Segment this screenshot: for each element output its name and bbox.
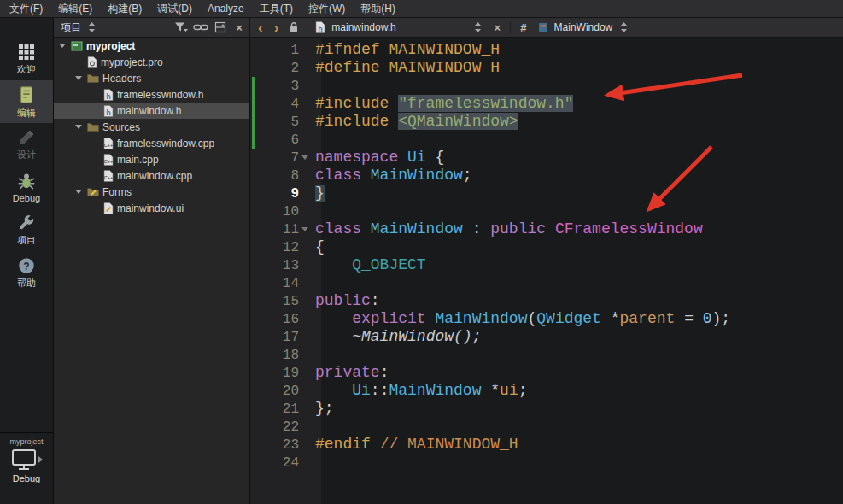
tree-item-mainwindow-cpp[interactable]: C++mainwindow.cpp bbox=[54, 167, 249, 184]
sync-with-editor-icon[interactable] bbox=[193, 20, 208, 35]
mode-item-debug[interactable]: Debug bbox=[0, 166, 53, 208]
menu-item-tools[interactable]: 工具(T) bbox=[252, 0, 301, 17]
class-icon bbox=[536, 20, 550, 35]
expander-icon[interactable] bbox=[73, 76, 84, 80]
menu-item-edit[interactable]: 编辑(E) bbox=[50, 0, 100, 17]
code-text bbox=[310, 274, 315, 292]
code-line-3: 3 bbox=[250, 77, 843, 95]
line-number: 9 bbox=[290, 186, 299, 202]
tree-item-mainwindow-h[interactable]: hmainwindow.h bbox=[54, 103, 249, 119]
menu-item-window[interactable]: 控件(W) bbox=[301, 0, 353, 17]
gutter-cell: 5 bbox=[250, 113, 310, 131]
code-text: explicit MainWindow(QWidget *parent = 0)… bbox=[310, 310, 730, 328]
mode-item-design-label: 设计 bbox=[17, 149, 36, 161]
split-panel-icon[interactable] bbox=[214, 20, 227, 35]
kit-selector[interactable]: myproject Debug bbox=[0, 432, 53, 504]
project-panel: myprojectmyproject.proHeadershframelessw… bbox=[54, 38, 250, 504]
open-document-selector[interactable]: h mainwindow.h bbox=[313, 20, 484, 35]
fold-marker-icon[interactable] bbox=[299, 155, 310, 160]
gutter-cell: 22 bbox=[250, 418, 310, 436]
code-text: private: bbox=[310, 364, 389, 382]
close-document-icon[interactable]: × bbox=[490, 20, 504, 35]
mode-item-projects[interactable]: 项目 bbox=[0, 208, 53, 251]
mode-item-edit[interactable]: 编辑 bbox=[0, 80, 53, 123]
header-file-icon: h bbox=[313, 20, 327, 35]
folder-icon bbox=[87, 122, 99, 132]
forward-icon[interactable]: › bbox=[272, 21, 282, 35]
menu-item-file[interactable]: 文件(F) bbox=[2, 0, 50, 17]
tree-item-main-cpp[interactable]: C++main.cpp bbox=[54, 151, 249, 167]
tree-item-framelesswindow-h[interactable]: hframelesswindow.h bbox=[54, 86, 249, 103]
mode-item-edit-label: 编辑 bbox=[17, 107, 36, 120]
menu-item-analyze[interactable]: Analyze bbox=[200, 0, 252, 17]
editor-pane[interactable]: 1#ifndef MAINWINDOW_H2#define MAINWINDOW… bbox=[250, 38, 843, 504]
line-number: 17 bbox=[283, 330, 299, 345]
symbol-hash: # bbox=[517, 21, 530, 34]
expander-icon[interactable] bbox=[73, 125, 84, 129]
form-folder-icon bbox=[87, 187, 99, 197]
mode-item-design[interactable]: 设计 bbox=[0, 123, 53, 166]
toolbar-row: 项目 × ‹ › h mainwindow.h × # MainWindow bbox=[54, 18, 843, 38]
tree-item-forms[interactable]: Forms bbox=[54, 184, 249, 200]
svg-text:C++: C++ bbox=[104, 174, 113, 179]
code-text bbox=[310, 418, 315, 436]
line-number: 11 bbox=[283, 222, 299, 237]
debug-icon bbox=[17, 171, 36, 191]
grid-icon bbox=[17, 43, 36, 62]
mode-item-debug-label: Debug bbox=[13, 193, 40, 203]
line-number: 3 bbox=[290, 79, 299, 94]
mode-item-welcome[interactable]: 欢迎 bbox=[0, 38, 53, 80]
tree-item-mainwindow-ui[interactable]: mainwindow.ui bbox=[54, 200, 249, 216]
fold-marker-icon[interactable] bbox=[299, 227, 310, 231]
svg-text:C++: C++ bbox=[104, 142, 113, 147]
tree-item-myproject[interactable]: myproject bbox=[54, 38, 249, 54]
mode-item-help[interactable]: ?帮助 bbox=[0, 251, 53, 294]
project-tree: myprojectmyproject.proHeadershframelessw… bbox=[54, 38, 249, 216]
line-number: 6 bbox=[290, 132, 299, 148]
menu-item-debug[interactable]: 调试(D) bbox=[149, 0, 200, 17]
expander-icon[interactable] bbox=[57, 44, 67, 48]
panel-selector[interactable]: 项目 bbox=[57, 20, 169, 35]
menu-item-help[interactable]: 帮助(H) bbox=[353, 0, 403, 17]
code-text bbox=[310, 131, 315, 149]
menu-item-build[interactable]: 构建(B) bbox=[100, 0, 149, 17]
code-text: } bbox=[310, 185, 325, 202]
code-line-19: 19private: bbox=[250, 364, 843, 382]
code-text: #endif // MAINWINDOW_H bbox=[310, 436, 518, 454]
gutter-cell: 14 bbox=[250, 274, 310, 292]
combo-arrows-icon bbox=[471, 20, 484, 35]
cpp-file-icon: C++ bbox=[103, 138, 114, 149]
tree-item-headers[interactable]: Headers bbox=[54, 70, 249, 86]
code-line-23: 23#endif // MAINWINDOW_H bbox=[250, 436, 843, 454]
cpp-file-icon: C++ bbox=[103, 154, 114, 166]
code-line-14: 14 bbox=[250, 274, 843, 292]
line-number: 10 bbox=[283, 204, 299, 220]
line-number: 8 bbox=[290, 168, 299, 184]
tree-item-sources[interactable]: Sources bbox=[54, 119, 249, 135]
svg-text:h: h bbox=[106, 108, 111, 116]
line-number: 23 bbox=[283, 437, 299, 453]
code-text bbox=[310, 346, 315, 364]
header-file-icon: h bbox=[103, 105, 114, 117]
code-line-20: 20 Ui::MainWindow *ui; bbox=[250, 382, 843, 400]
tree-item-label: main.cpp bbox=[117, 154, 159, 166]
gutter-cell: 23 bbox=[250, 436, 310, 454]
close-panel-icon[interactable]: × bbox=[232, 20, 246, 35]
expander-icon[interactable] bbox=[73, 190, 84, 194]
panel-title: 项目 bbox=[61, 21, 81, 35]
symbol-selector[interactable]: MainWindow bbox=[536, 20, 631, 35]
svg-text:?: ? bbox=[23, 260, 29, 272]
code-line-4: 4#include "framelesswindow.h" bbox=[250, 95, 843, 113]
code-line-7: 7namespace Ui { bbox=[250, 149, 843, 167]
combo-arrows-icon bbox=[617, 20, 630, 35]
tree-item-myproject-pro[interactable]: myproject.pro bbox=[54, 54, 249, 70]
code-area[interactable]: 1#ifndef MAINWINDOW_H2#define MAINWINDOW… bbox=[250, 38, 843, 472]
tree-item-framelesswindow-cpp[interactable]: C++framelesswindow.cpp bbox=[54, 135, 249, 151]
gutter-cell: 11 bbox=[250, 220, 310, 238]
gutter-cell: 21 bbox=[250, 400, 310, 418]
code-line-1: 1#ifndef MAINWINDOW_H bbox=[250, 41, 843, 59]
code-line-8: 8class MainWindow; bbox=[250, 167, 843, 185]
code-text: ~MainWindow(); bbox=[310, 328, 481, 346]
filter-icon[interactable] bbox=[174, 20, 188, 35]
back-icon[interactable]: ‹ bbox=[255, 21, 266, 35]
